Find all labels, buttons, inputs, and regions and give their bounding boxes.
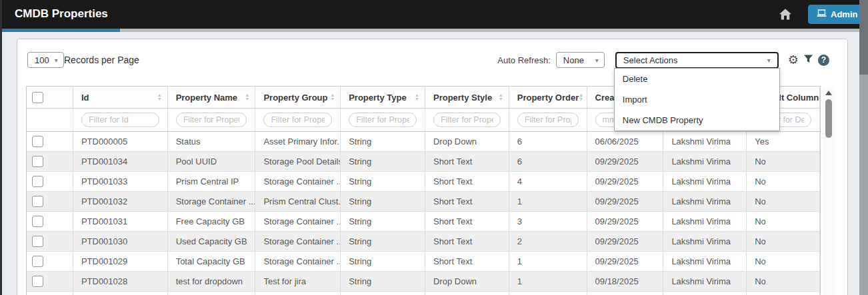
table-cell: Status: [168, 132, 256, 151]
records-per-page-value: 100: [35, 55, 49, 65]
table-cell: 6: [509, 132, 587, 151]
browser-scrollbar-thumb[interactable]: [859, 0, 868, 75]
table-cell: Storage Pool Details: [255, 152, 341, 171]
table-cell: 3: [509, 212, 587, 231]
actions-menu-item-import[interactable]: Import: [615, 89, 779, 110]
table-cell: Test for jira: [255, 272, 341, 291]
row-checkbox[interactable]: [32, 196, 43, 207]
table-cell: No: [747, 192, 820, 211]
tab-underline: [0, 29, 868, 32]
filter-cell-property-type: [341, 109, 425, 131]
actions-menu-item-new-cmdb-property[interactable]: New CMDB Property: [615, 110, 779, 131]
table-cell: PTD001029: [73, 252, 168, 271]
auto-refresh-value: None: [563, 55, 584, 65]
help-icon[interactable]: ?: [818, 55, 829, 66]
row-checkbox-cell: [27, 192, 73, 211]
table-cell: Short Text: [425, 212, 509, 231]
filter-cell-property-group: [255, 109, 341, 131]
table-row-partial: [27, 292, 820, 295]
chevron-down-icon: ▾: [767, 57, 771, 64]
table-cell: [255, 292, 341, 295]
filter-input-id[interactable]: [81, 113, 159, 127]
row-checkbox-cell: [27, 172, 73, 191]
auto-refresh-select[interactable]: None ▾: [556, 52, 605, 68]
table-cell: 1: [509, 192, 587, 211]
table-cell: [509, 292, 587, 295]
app-header: CMDB Properties Admin: [0, 0, 868, 29]
records-per-page-label: Records per Page: [64, 55, 139, 65]
filter-input-property-name[interactable]: [176, 113, 247, 127]
sort-arrows-icon[interactable]: ▲▼: [245, 93, 249, 101]
table-row: PTD000005StatusAsset Primary Infor...Str…: [27, 132, 820, 152]
row-checkbox[interactable]: [32, 216, 43, 227]
select-all-checkbox[interactable]: [32, 92, 43, 103]
row-checkbox-cell: [27, 252, 73, 271]
column-header-property-type[interactable]: Property Type▲▼: [341, 87, 425, 108]
column-header-property-group[interactable]: Property Group▲▼: [255, 87, 341, 108]
column-header-property-style[interactable]: Property Style▲▼: [425, 87, 509, 108]
sort-arrows-icon[interactable]: ▲▼: [330, 93, 335, 101]
row-checkbox[interactable]: [32, 256, 43, 267]
actions-menu-item-delete[interactable]: Delete: [615, 69, 779, 89]
filter-input-property-type[interactable]: [349, 113, 417, 127]
table-row: PTD001028test for dropdownTest for jiraS…: [27, 272, 820, 292]
row-checkbox-cell: [27, 132, 73, 151]
select-actions-wrap: Select Actions ▾ DeleteImportNew CMDB Pr…: [615, 52, 779, 69]
table-scrollbar[interactable]: [823, 87, 835, 295]
table-cell: Short Text: [425, 232, 509, 251]
row-checkbox[interactable]: [32, 276, 43, 287]
row-checkbox[interactable]: [32, 136, 43, 147]
window-left-border: [0, 0, 2, 295]
table-cell: 09/29/2025: [587, 212, 664, 231]
settings-gear-icon[interactable]: ⚙: [788, 54, 799, 66]
filter-cell-id: [73, 109, 168, 131]
table-cell: [341, 292, 425, 295]
admin-button[interactable]: Admin: [808, 5, 866, 24]
column-header-label: Property Style: [433, 93, 492, 103]
table-cell: 06/06/2025: [587, 132, 664, 151]
table-cell: 6: [509, 152, 587, 171]
table-row: PTD001034Pool UUIDStorage Pool DetailsSt…: [27, 152, 820, 172]
table-cell: PTD001034: [73, 152, 168, 171]
filter-input-property-style[interactable]: [433, 113, 501, 127]
column-header-label: Property Type: [349, 93, 406, 103]
filter-input-property-group[interactable]: [263, 113, 332, 127]
table-cell: String: [341, 212, 425, 231]
column-header-label: Id: [81, 93, 89, 103]
sort-arrows-icon[interactable]: ▲▼: [499, 93, 503, 101]
sort-arrows-icon[interactable]: ▲▼: [415, 93, 419, 101]
row-checkbox[interactable]: [32, 236, 43, 247]
table-cell: Prism Central Clust...: [255, 192, 341, 211]
filter-cell-property-order: [509, 109, 587, 131]
sort-arrows-icon[interactable]: ▲▼: [579, 93, 583, 101]
column-header-property-name[interactable]: Property Name▲▼: [168, 87, 256, 108]
row-checkbox[interactable]: [32, 176, 43, 187]
select-actions-dropdown[interactable]: Select Actions ▾: [615, 52, 779, 69]
table-cell: Lakshmi Virima: [663, 192, 747, 211]
table-cell: Storage Container ...: [255, 232, 341, 251]
table-scrollbar-thumb[interactable]: [825, 99, 832, 138]
table-cell: Free Capacity GB: [168, 212, 256, 231]
table-cell: Drop Down: [425, 272, 509, 291]
column-header-select[interactable]: [27, 87, 73, 108]
table-cell: No: [747, 212, 820, 231]
select-actions-placeholder: Select Actions: [623, 55, 678, 65]
table-cell: Short Text: [425, 252, 509, 271]
row-checkbox[interactable]: [32, 156, 43, 167]
sort-arrows-icon[interactable]: ▲▼: [157, 93, 162, 101]
row-checkbox-cell: [27, 272, 73, 291]
records-per-page-select[interactable]: 100 ▾: [27, 52, 64, 68]
filter-cell-property-name: [168, 109, 256, 131]
scroll-up-arrow-icon[interactable]: [825, 91, 832, 95]
page-title: CMDB Properties: [15, 7, 108, 21]
filter-funnel-icon[interactable]: [803, 54, 813, 67]
column-header-property-order[interactable]: Property Order▲▼: [509, 87, 587, 108]
active-tab-indicator: [0, 29, 120, 32]
filter-input-property-order[interactable]: [517, 113, 579, 127]
table-cell: 09/29/2025: [587, 252, 664, 271]
table-cell: 1: [509, 252, 587, 271]
column-header-id[interactable]: Id▲▼: [73, 87, 168, 108]
browser-scrollbar[interactable]: [859, 0, 868, 295]
home-icon[interactable]: [779, 8, 792, 21]
sort-arrows-icon[interactable]: ▲▼: [819, 93, 820, 101]
